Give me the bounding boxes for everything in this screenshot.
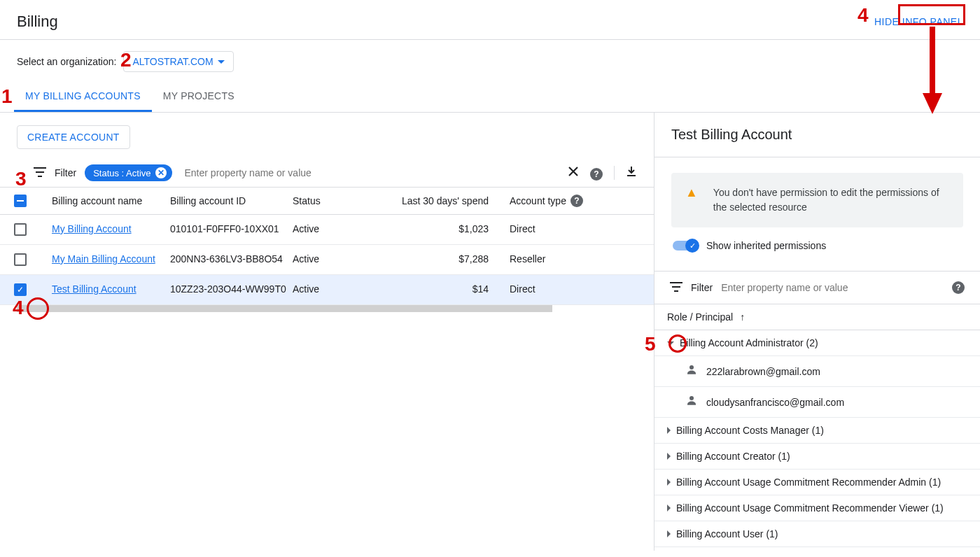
svg-point-1: [690, 396, 694, 400]
help-icon[interactable]: ?: [952, 281, 965, 294]
role-row[interactable]: Billing Account Administrator (2): [654, 330, 980, 356]
account-id: 200NN3-636LV3-BB8O54: [170, 253, 293, 265]
col-id[interactable]: Billing account ID: [170, 195, 293, 206]
account-type: Direct: [510, 223, 601, 234]
permission-warning: ▲ You don't have permission to edit the …: [671, 173, 963, 227]
tab-my-billing-accounts[interactable]: MY BILLING ACCOUNTS: [14, 83, 152, 112]
role-row[interactable]: Billing Account Costs Manager (1): [654, 418, 980, 444]
row-checkbox[interactable]: [14, 253, 27, 266]
chevron-right-icon: [667, 505, 671, 512]
spend: $7,288: [394, 253, 510, 265]
org-label: Select an organization:: [17, 56, 116, 67]
filter-input[interactable]: [181, 163, 560, 183]
warning-icon: ▲: [685, 185, 698, 200]
status: Active: [293, 253, 394, 265]
help-icon[interactable]: ?: [570, 195, 583, 207]
annotation-circle-5: [668, 334, 687, 353]
billing-account-link[interactable]: My Main Billing Account: [52, 253, 155, 265]
role-label: Billing Account Usage Commitment Recomme…: [676, 477, 941, 488]
table-row[interactable]: ✓ Test Billing Account 10ZZ23-203O44-WW9…: [0, 275, 654, 305]
help-icon[interactable]: ?: [590, 166, 603, 181]
col-spend[interactable]: Last 30 days' spend: [394, 195, 510, 206]
org-selector[interactable]: ALTOSTRAT.COM: [123, 51, 233, 72]
filter-label: Filter: [55, 167, 76, 178]
chevron-right-icon: [667, 530, 671, 537]
sort-up-icon: ↑: [740, 311, 745, 323]
create-account-button[interactable]: CREATE ACCOUNT: [17, 125, 130, 149]
account-type: Reseller: [510, 253, 601, 265]
table-row[interactable]: My Billing Account 010101-F0FFF0-10XX01 …: [0, 215, 654, 245]
principal-row[interactable]: 222larabrown@gmail.com: [654, 356, 980, 387]
divider: [614, 166, 615, 180]
warning-text: You don't have permission to edit the pe…: [713, 185, 949, 215]
role-label: Billing Account Creator (1): [676, 451, 790, 462]
account-id: 10ZZ23-203O44-WW99T0: [170, 283, 293, 295]
info-panel-filter-input[interactable]: [721, 282, 944, 293]
spend: $1,023: [394, 223, 510, 234]
status: Active: [293, 223, 394, 234]
filter-label: Filter: [691, 282, 713, 293]
principal-email: cloudysanfrancisco@gmail.com: [706, 397, 844, 408]
chevron-right-icon: [667, 479, 671, 486]
role-row[interactable]: Billing Account User (1): [654, 521, 980, 547]
person-icon: [685, 363, 698, 379]
table-row[interactable]: My Main Billing Account 200NN3-636LV3-BB…: [0, 245, 654, 275]
roles-header[interactable]: Role / Principal ↑: [654, 304, 980, 330]
horizontal-scrollbar[interactable]: [17, 305, 552, 312]
inherited-permissions-toggle[interactable]: ✓: [673, 241, 698, 251]
role-label: Billing Account Usage Commitment Recomme…: [676, 502, 944, 514]
principal-row[interactable]: cloudysanfrancisco@gmail.com: [654, 387, 980, 418]
filter-icon: [670, 282, 682, 294]
role-label: Billing Account User (1): [676, 528, 778, 540]
col-name[interactable]: Billing account name: [34, 195, 170, 206]
chevron-right-icon: [667, 427, 671, 434]
principal-email: 222larabrown@gmail.com: [706, 366, 820, 377]
toggle-label: Show inherited permissions: [706, 240, 826, 251]
download-icon[interactable]: [626, 166, 637, 181]
role-row[interactable]: Billing Account Creator (1): [654, 444, 980, 470]
billing-account-link[interactable]: Test Billing Account: [52, 283, 136, 295]
tab-my-projects[interactable]: MY PROJECTS: [152, 83, 246, 112]
chevron-right-icon: [667, 453, 671, 460]
spend: $14: [394, 283, 510, 295]
filter-chip-status[interactable]: Status : Active ✕: [85, 164, 172, 181]
row-checkbox[interactable]: [14, 223, 27, 236]
select-all-checkbox[interactable]: [14, 195, 27, 207]
role-row[interactable]: Billing Account Usage Commitment Recomme…: [654, 470, 980, 495]
account-type: Direct: [510, 283, 601, 295]
billing-account-link[interactable]: My Billing Account: [52, 223, 132, 234]
chevron-down-icon: [218, 60, 225, 64]
chip-text: Status : Active: [93, 168, 150, 178]
org-value: ALTOSTRAT.COM: [132, 56, 213, 67]
clear-icon[interactable]: [568, 166, 579, 181]
info-panel-title: Test Billing Account: [671, 127, 963, 143]
annotation-circle-4: [27, 297, 49, 320]
account-id: 010101-F0FFF0-10XX01: [170, 223, 293, 234]
info-panel: Test Billing Account ▲ You don't have pe…: [654, 113, 980, 551]
role-label: Billing Account Administrator (2): [680, 337, 818, 348]
status: Active: [293, 283, 394, 295]
role-row[interactable]: Billing Account Usage Commitment Recomme…: [654, 495, 980, 521]
role-row[interactable]: Billing Account Viewer (1): [654, 547, 980, 551]
row-checkbox[interactable]: ✓: [14, 283, 27, 296]
filter-icon: [34, 167, 46, 179]
svg-point-0: [690, 365, 694, 369]
annotation-rect-4: [898, 4, 965, 25]
col-type[interactable]: Account type?: [510, 195, 601, 207]
person-icon: [685, 394, 698, 410]
chip-remove-icon[interactable]: ✕: [155, 167, 167, 178]
role-label: Billing Account Costs Manager (1): [676, 425, 824, 436]
page-title: Billing: [17, 13, 58, 31]
col-status[interactable]: Status: [293, 195, 394, 206]
